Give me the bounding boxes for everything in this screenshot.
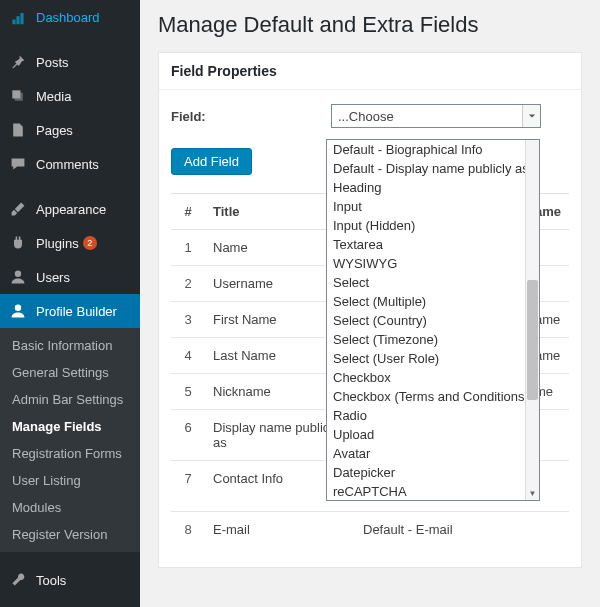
dropdown-option[interactable]: Radio: [327, 406, 539, 425]
sidebar-item-label: Profile Builder: [36, 304, 117, 319]
admin-sidebar: Dashboard Posts Media Pages Comments App…: [0, 0, 140, 607]
submenu-admin-bar-settings[interactable]: Admin Bar Settings: [0, 386, 140, 413]
sidebar-item-media[interactable]: Media: [0, 79, 140, 113]
dropdown-option[interactable]: Select (Country): [327, 311, 539, 330]
field-type-dropdown: Default - Biographical InfoDefault - Dis…: [326, 139, 540, 501]
sidebar-item-label: Posts: [36, 55, 69, 70]
cell-type: Default - E-mail: [355, 512, 527, 548]
dropdown-option[interactable]: reCAPTCHA: [327, 482, 539, 500]
field-type-select[interactable]: ...Choose: [331, 104, 541, 128]
cell-number: 5: [171, 374, 205, 410]
field-label: Field:: [171, 109, 331, 124]
pin-icon: [8, 52, 28, 72]
dashboard-icon: [8, 7, 28, 27]
plugins-update-badge: 2: [83, 236, 97, 250]
sidebar-item-appearance[interactable]: Appearance: [0, 192, 140, 226]
svg-point-1: [15, 305, 21, 311]
cell-number: 8: [171, 512, 205, 548]
dropdown-option[interactable]: Datepicker: [327, 463, 539, 482]
dropdown-option[interactable]: Textarea: [327, 235, 539, 254]
sidebar-item-profile-builder[interactable]: Profile Builder: [0, 294, 140, 328]
sidebar-item-posts[interactable]: Posts: [0, 45, 140, 79]
sidebar-item-pages[interactable]: Pages: [0, 113, 140, 147]
dropdown-option[interactable]: Default - Biographical Info: [327, 140, 539, 159]
svg-point-0: [15, 271, 21, 277]
sidebar-item-settings[interactable]: Settings: [0, 597, 140, 607]
sidebar-item-label: Media: [36, 89, 71, 104]
add-field-button[interactable]: Add Field: [171, 148, 252, 175]
sidebar-item-dashboard[interactable]: Dashboard: [0, 0, 140, 34]
col-number: #: [171, 194, 205, 230]
scrollbar-thumb[interactable]: [527, 280, 538, 400]
dropdown-option[interactable]: Input (Hidden): [327, 216, 539, 235]
submenu-modules[interactable]: Modules: [0, 494, 140, 521]
main-content: Manage Default and Extra Fields Field Pr…: [140, 0, 600, 607]
sidebar-item-tools[interactable]: Tools: [0, 563, 140, 597]
dropdown-option[interactable]: Avatar: [327, 444, 539, 463]
dropdown-option[interactable]: WYSIWYG: [327, 254, 539, 273]
cell-number: 4: [171, 338, 205, 374]
sidebar-item-label: Dashboard: [36, 10, 100, 25]
submenu-manage-fields[interactable]: Manage Fields: [0, 413, 140, 440]
select-value: ...Choose: [338, 109, 394, 124]
chevron-down-icon: [522, 105, 540, 127]
dropdown-option[interactable]: Select: [327, 273, 539, 292]
sidebar-item-label: Tools: [36, 573, 66, 588]
cell-title: E-mail: [205, 512, 355, 548]
pages-icon: [8, 120, 28, 140]
dropdown-option[interactable]: Checkbox: [327, 368, 539, 387]
sidebar-item-comments[interactable]: Comments: [0, 147, 140, 181]
dropdown-scrollbar[interactable]: ▼: [525, 140, 539, 500]
sidebar-item-label: Users: [36, 270, 70, 285]
submenu-basic-information[interactable]: Basic Information: [0, 332, 140, 359]
table-row[interactable]: 8E-mailDefault - E-mail: [171, 512, 569, 548]
cell-number: 6: [171, 410, 205, 461]
submenu-register-version[interactable]: Register Version: [0, 521, 140, 548]
submenu-general-settings[interactable]: General Settings: [0, 359, 140, 386]
panel-heading: Field Properties: [159, 53, 581, 90]
page-title: Manage Default and Extra Fields: [158, 0, 582, 52]
media-icon: [8, 86, 28, 106]
dropdown-option[interactable]: Heading: [327, 178, 539, 197]
cell-meta: [527, 512, 569, 548]
dropdown-option[interactable]: Select (Timezone): [327, 330, 539, 349]
dropdown-option[interactable]: Select (Multiple): [327, 292, 539, 311]
sidebar-item-label: Pages: [36, 123, 73, 138]
user-icon: [8, 301, 28, 321]
sidebar-item-label: Comments: [36, 157, 99, 172]
cell-number: 3: [171, 302, 205, 338]
cell-number: 7: [171, 461, 205, 512]
submenu-registration-forms[interactable]: Registration Forms: [0, 440, 140, 467]
profile-builder-submenu: Basic Information General Settings Admin…: [0, 328, 140, 552]
wrench-icon: [8, 570, 28, 590]
submenu-user-listing[interactable]: User Listing: [0, 467, 140, 494]
dropdown-option[interactable]: Select (User Role): [327, 349, 539, 368]
dropdown-option[interactable]: Upload: [327, 425, 539, 444]
sidebar-item-label: Plugins: [36, 236, 79, 251]
plug-icon: [8, 233, 28, 253]
sidebar-item-label: Appearance: [36, 202, 106, 217]
dropdown-option[interactable]: Checkbox (Terms and Conditions): [327, 387, 539, 406]
sidebar-item-users[interactable]: Users: [0, 260, 140, 294]
scrollbar-down-arrow[interactable]: ▼: [526, 486, 539, 500]
sidebar-item-plugins[interactable]: Plugins 2: [0, 226, 140, 260]
field-selector-row: Field: ...Choose: [171, 104, 569, 128]
user-icon: [8, 267, 28, 287]
dropdown-option[interactable]: Default - Display name publicly as: [327, 159, 539, 178]
cell-number: 1: [171, 230, 205, 266]
cell-number: 2: [171, 266, 205, 302]
comment-icon: [8, 154, 28, 174]
dropdown-option[interactable]: Input: [327, 197, 539, 216]
brush-icon: [8, 199, 28, 219]
